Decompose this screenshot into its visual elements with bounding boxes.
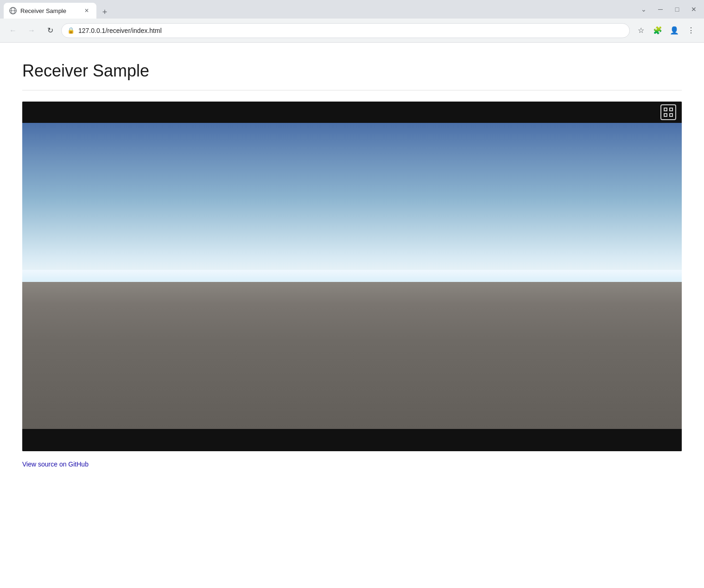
github-link[interactable]: View source on GitHub bbox=[22, 460, 89, 468]
title-bar: Receiver Sample ✕ + ⌄ ─ □ ✕ bbox=[0, 0, 704, 19]
browser-window: Receiver Sample ✕ + ⌄ ─ □ ✕ ← → ↻ 🔒 127.… bbox=[0, 0, 704, 588]
svg-rect-4 bbox=[670, 108, 672, 111]
svg-rect-5 bbox=[664, 114, 667, 116]
tab-favicon bbox=[9, 7, 17, 14]
back-button[interactable]: ← bbox=[6, 23, 20, 38]
tab-close-button[interactable]: ✕ bbox=[82, 6, 91, 15]
svg-rect-6 bbox=[670, 114, 672, 116]
maximize-button[interactable]: □ bbox=[671, 3, 684, 16]
svg-rect-3 bbox=[664, 108, 667, 111]
new-tab-button[interactable]: + bbox=[98, 6, 111, 19]
extensions-button[interactable]: 🧩 bbox=[650, 23, 665, 38]
tab-strip: Receiver Sample ✕ + bbox=[4, 0, 635, 19]
menu-button[interactable]: ⋮ bbox=[684, 23, 698, 38]
video-scene bbox=[22, 123, 682, 429]
bookmark-button[interactable]: ☆ bbox=[634, 23, 648, 38]
reload-button[interactable]: ↻ bbox=[43, 23, 57, 38]
title-divider bbox=[22, 90, 682, 90]
video-top-bar bbox=[22, 102, 682, 123]
video-player bbox=[22, 102, 682, 451]
lock-icon: 🔒 bbox=[67, 27, 75, 34]
nav-bar: ← → ↻ 🔒 127.0.0.1/receiver/index.html ☆ … bbox=[0, 19, 704, 43]
active-tab[interactable]: Receiver Sample ✕ bbox=[4, 3, 96, 19]
minimize-button[interactable]: ─ bbox=[654, 3, 667, 16]
url-text: 127.0.0.1/receiver/index.html bbox=[78, 27, 624, 34]
nav-actions: ☆ 🧩 👤 ⋮ bbox=[634, 23, 698, 38]
forward-button[interactable]: → bbox=[24, 23, 39, 38]
page-title: Receiver Sample bbox=[22, 61, 682, 81]
video-bottom-bar bbox=[22, 429, 682, 451]
page-content: Receiver Sample Vi bbox=[0, 43, 704, 588]
chevron-down-button[interactable]: ⌄ bbox=[637, 3, 650, 16]
ground-background bbox=[22, 282, 682, 429]
account-button[interactable]: 👤 bbox=[667, 23, 682, 38]
tab-label: Receiver Sample bbox=[20, 7, 79, 14]
close-button[interactable]: ✕ bbox=[687, 3, 700, 16]
sky-background bbox=[22, 123, 682, 291]
fullscreen-button[interactable] bbox=[660, 104, 676, 120]
address-bar[interactable]: 🔒 127.0.0.1/receiver/index.html bbox=[61, 23, 630, 38]
title-bar-controls: ⌄ ─ □ ✕ bbox=[637, 3, 700, 16]
